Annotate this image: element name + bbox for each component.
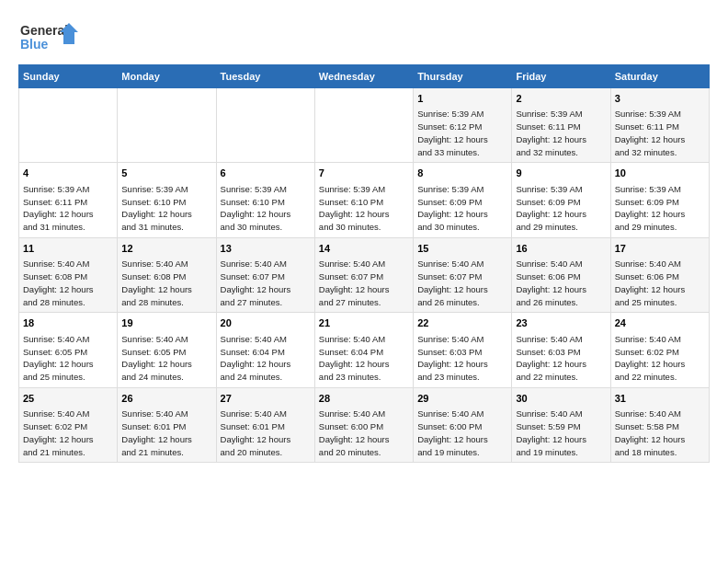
calendar-cell: 29Sunrise: 5:40 AM Sunset: 6:00 PM Dayli… bbox=[414, 387, 512, 462]
calendar-cell bbox=[216, 88, 314, 163]
day-info: Sunrise: 5:40 AM Sunset: 6:07 PM Dayligh… bbox=[417, 258, 507, 308]
week-row-5: 25Sunrise: 5:40 AM Sunset: 6:02 PM Dayli… bbox=[19, 387, 710, 462]
day-number: 8 bbox=[417, 167, 507, 180]
day-info: Sunrise: 5:40 AM Sunset: 5:59 PM Dayligh… bbox=[516, 408, 606, 458]
calendar-cell: 8Sunrise: 5:39 AM Sunset: 6:09 PM Daylig… bbox=[414, 163, 512, 237]
calendar-cell bbox=[314, 88, 413, 163]
calendar-cell: 25Sunrise: 5:40 AM Sunset: 6:02 PM Dayli… bbox=[19, 387, 118, 462]
day-number: 25 bbox=[23, 392, 113, 406]
calendar-cell: 9Sunrise: 5:39 AM Sunset: 6:09 PM Daylig… bbox=[512, 163, 610, 237]
calendar-cell: 4Sunrise: 5:39 AM Sunset: 6:11 PM Daylig… bbox=[19, 163, 118, 237]
day-number: 20 bbox=[221, 316, 311, 330]
day-info: Sunrise: 5:39 AM Sunset: 6:09 PM Dayligh… bbox=[615, 183, 705, 234]
calendar-header-row: SundayMondayTuesdayWednesdayThursdayFrid… bbox=[19, 65, 710, 88]
header-sunday: Sunday bbox=[19, 65, 118, 88]
logo-svg: GeneralBlue bbox=[18, 18, 83, 55]
day-info: Sunrise: 5:39 AM Sunset: 6:11 PM Dayligh… bbox=[23, 183, 113, 234]
day-number: 18 bbox=[23, 316, 113, 330]
calendar-cell: 6Sunrise: 5:39 AM Sunset: 6:10 PM Daylig… bbox=[216, 163, 314, 237]
calendar-cell: 23Sunrise: 5:40 AM Sunset: 6:03 PM Dayli… bbox=[512, 313, 610, 387]
day-number: 11 bbox=[23, 242, 113, 256]
day-number: 30 bbox=[516, 392, 606, 406]
calendar-cell: 1Sunrise: 5:39 AM Sunset: 6:12 PM Daylig… bbox=[414, 88, 512, 163]
calendar-cell: 18Sunrise: 5:40 AM Sunset: 6:05 PM Dayli… bbox=[19, 313, 118, 387]
header-thursday: Thursday bbox=[414, 65, 512, 88]
logo: GeneralBlue bbox=[18, 18, 83, 55]
week-row-1: 1Sunrise: 5:39 AM Sunset: 6:12 PM Daylig… bbox=[19, 88, 710, 163]
day-info: Sunrise: 5:40 AM Sunset: 6:08 PM Dayligh… bbox=[121, 258, 211, 308]
day-info: Sunrise: 5:39 AM Sunset: 6:10 PM Dayligh… bbox=[221, 183, 311, 234]
day-number: 26 bbox=[121, 392, 211, 406]
calendar-cell: 12Sunrise: 5:40 AM Sunset: 6:08 PM Dayli… bbox=[118, 237, 216, 312]
day-number: 15 bbox=[417, 242, 507, 256]
day-info: Sunrise: 5:39 AM Sunset: 6:09 PM Dayligh… bbox=[417, 183, 507, 234]
week-row-4: 18Sunrise: 5:40 AM Sunset: 6:05 PM Dayli… bbox=[19, 313, 710, 387]
header-tuesday: Tuesday bbox=[216, 65, 314, 88]
calendar-cell: 13Sunrise: 5:40 AM Sunset: 6:07 PM Dayli… bbox=[216, 237, 314, 312]
header-saturday: Saturday bbox=[610, 65, 709, 88]
calendar-cell: 24Sunrise: 5:40 AM Sunset: 6:02 PM Dayli… bbox=[610, 313, 709, 387]
day-info: Sunrise: 5:40 AM Sunset: 6:03 PM Dayligh… bbox=[417, 333, 507, 384]
day-number: 23 bbox=[516, 316, 606, 330]
day-info: Sunrise: 5:40 AM Sunset: 6:02 PM Dayligh… bbox=[615, 333, 705, 384]
day-info: Sunrise: 5:40 AM Sunset: 6:06 PM Dayligh… bbox=[615, 258, 705, 308]
day-number: 4 bbox=[23, 167, 113, 180]
day-info: Sunrise: 5:39 AM Sunset: 6:12 PM Dayligh… bbox=[417, 108, 507, 158]
day-info: Sunrise: 5:40 AM Sunset: 6:08 PM Dayligh… bbox=[23, 258, 113, 308]
calendar-cell: 30Sunrise: 5:40 AM Sunset: 5:59 PM Dayli… bbox=[512, 387, 610, 462]
calendar-cell: 31Sunrise: 5:40 AM Sunset: 5:58 PM Dayli… bbox=[610, 387, 709, 462]
day-number: 21 bbox=[319, 316, 409, 330]
day-info: Sunrise: 5:39 AM Sunset: 6:11 PM Dayligh… bbox=[516, 108, 606, 158]
calendar-cell: 11Sunrise: 5:40 AM Sunset: 6:08 PM Dayli… bbox=[19, 237, 118, 312]
day-info: Sunrise: 5:39 AM Sunset: 6:10 PM Dayligh… bbox=[319, 183, 409, 234]
day-info: Sunrise: 5:40 AM Sunset: 6:00 PM Dayligh… bbox=[417, 408, 507, 458]
day-info: Sunrise: 5:39 AM Sunset: 6:11 PM Dayligh… bbox=[615, 108, 705, 158]
calendar-table: SundayMondayTuesdayWednesdayThursdayFrid… bbox=[18, 64, 710, 463]
header-wednesday: Wednesday bbox=[314, 65, 413, 88]
calendar-cell: 3Sunrise: 5:39 AM Sunset: 6:11 PM Daylig… bbox=[610, 88, 709, 163]
day-number: 19 bbox=[121, 316, 211, 330]
calendar-cell: 22Sunrise: 5:40 AM Sunset: 6:03 PM Dayli… bbox=[414, 313, 512, 387]
day-info: Sunrise: 5:40 AM Sunset: 5:58 PM Dayligh… bbox=[615, 408, 705, 458]
calendar-cell: 27Sunrise: 5:40 AM Sunset: 6:01 PM Dayli… bbox=[216, 387, 314, 462]
calendar-cell: 5Sunrise: 5:39 AM Sunset: 6:10 PM Daylig… bbox=[118, 163, 216, 237]
day-number: 28 bbox=[319, 392, 409, 406]
day-info: Sunrise: 5:40 AM Sunset: 6:05 PM Dayligh… bbox=[121, 333, 211, 384]
calendar-cell: 21Sunrise: 5:40 AM Sunset: 6:04 PM Dayli… bbox=[314, 313, 413, 387]
day-number: 14 bbox=[319, 242, 409, 256]
day-info: Sunrise: 5:40 AM Sunset: 6:03 PM Dayligh… bbox=[516, 333, 606, 384]
calendar-cell: 7Sunrise: 5:39 AM Sunset: 6:10 PM Daylig… bbox=[314, 163, 413, 237]
calendar-cell: 19Sunrise: 5:40 AM Sunset: 6:05 PM Dayli… bbox=[118, 313, 216, 387]
calendar-cell: 26Sunrise: 5:40 AM Sunset: 6:01 PM Dayli… bbox=[118, 387, 216, 462]
day-number: 1 bbox=[417, 92, 507, 106]
week-row-2: 4Sunrise: 5:39 AM Sunset: 6:11 PM Daylig… bbox=[19, 163, 710, 237]
day-info: Sunrise: 5:39 AM Sunset: 6:09 PM Dayligh… bbox=[516, 183, 606, 234]
day-info: Sunrise: 5:40 AM Sunset: 6:00 PM Dayligh… bbox=[319, 408, 409, 458]
page-header: GeneralBlue bbox=[18, 18, 710, 55]
day-number: 9 bbox=[516, 167, 606, 180]
calendar-cell: 28Sunrise: 5:40 AM Sunset: 6:00 PM Dayli… bbox=[314, 387, 413, 462]
calendar-cell: 14Sunrise: 5:40 AM Sunset: 6:07 PM Dayli… bbox=[314, 237, 413, 312]
day-number: 5 bbox=[121, 167, 211, 180]
day-number: 31 bbox=[615, 392, 705, 406]
calendar-cell bbox=[118, 88, 216, 163]
header-monday: Monday bbox=[118, 65, 216, 88]
day-number: 29 bbox=[417, 392, 507, 406]
day-number: 10 bbox=[615, 167, 705, 180]
calendar-cell: 15Sunrise: 5:40 AM Sunset: 6:07 PM Dayli… bbox=[414, 237, 512, 312]
day-info: Sunrise: 5:40 AM Sunset: 6:04 PM Dayligh… bbox=[319, 333, 409, 384]
day-number: 27 bbox=[221, 392, 311, 406]
svg-text:Blue: Blue bbox=[20, 37, 49, 52]
day-info: Sunrise: 5:40 AM Sunset: 6:06 PM Dayligh… bbox=[516, 258, 606, 308]
day-info: Sunrise: 5:40 AM Sunset: 6:07 PM Dayligh… bbox=[319, 258, 409, 308]
calendar-cell: 20Sunrise: 5:40 AM Sunset: 6:04 PM Dayli… bbox=[216, 313, 314, 387]
day-number: 3 bbox=[615, 92, 705, 106]
calendar-cell: 10Sunrise: 5:39 AM Sunset: 6:09 PM Dayli… bbox=[610, 163, 709, 237]
day-number: 2 bbox=[516, 92, 606, 106]
day-number: 16 bbox=[516, 242, 606, 256]
day-number: 13 bbox=[221, 242, 311, 256]
day-number: 24 bbox=[615, 316, 705, 330]
day-number: 7 bbox=[319, 167, 409, 180]
calendar-cell: 2Sunrise: 5:39 AM Sunset: 6:11 PM Daylig… bbox=[512, 88, 610, 163]
calendar-cell: 16Sunrise: 5:40 AM Sunset: 6:06 PM Dayli… bbox=[512, 237, 610, 312]
